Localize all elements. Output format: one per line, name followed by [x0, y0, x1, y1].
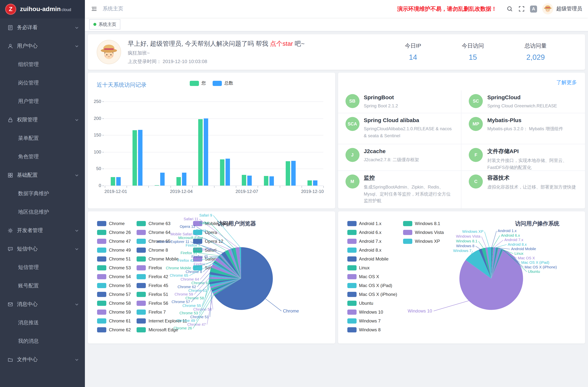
hamburger-icon[interactable] [91, 5, 97, 12]
legend-item[interactable]: Mobile Safari [193, 221, 231, 226]
sidebar-item-2[interactable]: 权限管理 [0, 111, 85, 129]
legend-item[interactable]: Chrome 61 [97, 318, 131, 324]
sidebar-subitem-2-1[interactable]: 角色管理 [0, 148, 85, 166]
more-link[interactable]: 了解更多 [556, 79, 577, 86]
legend-swatch [97, 256, 106, 262]
sidebar-item-3[interactable]: 基础配置 [0, 166, 85, 184]
sidebar-subitem-1-2[interactable]: 用户管理 [0, 92, 85, 111]
legend-item[interactable]: Firefox 45 [137, 283, 187, 288]
sidebar-item-0[interactable]: 务必详看 [0, 19, 85, 37]
legend-item[interactable]: Windows 8.1 [403, 221, 444, 226]
svg-text:Windows 8.1: Windows 8.1 [456, 239, 477, 243]
sidebar-subitem-3-1[interactable]: 地区信息维护 [0, 203, 85, 221]
legend-swatch [193, 247, 202, 253]
tab-0[interactable]: 系统主页 [89, 19, 120, 30]
stat-item: 总访问量2,029 [525, 42, 547, 61]
sidebar-item-label: 基础配置 [17, 172, 38, 179]
legend-item[interactable]: Chrome 51 [97, 256, 131, 262]
sidebar-subitem-3-0[interactable]: 数据字典维护 [0, 184, 85, 203]
legend-item[interactable]: Chrome 57 [97, 292, 131, 297]
sidebar-item-4[interactable]: 开发者管理 [0, 221, 85, 240]
legend-item[interactable]: Chrome 8 [137, 247, 187, 253]
app-logo[interactable]: Z zuihou-admincloud [0, 0, 85, 19]
notice-text: 演示环境维护不易，请勿乱删乱改数据！ [397, 5, 497, 12]
legend-item[interactable]: Chrome 63 [137, 221, 187, 226]
legend-item[interactable]: Windows 8 [347, 327, 397, 332]
font-size-icon[interactable]: A [530, 5, 537, 12]
legend-item[interactable]: Mac OS X (iPhone) [347, 292, 397, 297]
fullscreen-icon[interactable] [518, 5, 525, 12]
legend-item[interactable]: Chrome 65 [137, 239, 187, 244]
legend-item[interactable]: Mac OS X (iPad) [347, 283, 397, 288]
sidebar-subitem-5-0[interactable]: 短信管理 [0, 258, 85, 277]
tech-badge: M [345, 175, 359, 188]
sidebar: Z zuihou-admincloud 务必详看用户中心组织管理岗位管理用户管理… [0, 0, 85, 387]
legend-label: Chrome 53 [109, 265, 131, 270]
legend-swatch [97, 283, 106, 288]
legend-item[interactable]: Firefox 42 [137, 274, 187, 279]
tech-title: SpringCloud [487, 94, 557, 100]
sidebar-item-1[interactable]: 用户中心 [0, 37, 85, 55]
legend-item[interactable]: Firefox 51 [137, 292, 187, 297]
legend-item[interactable]: Safari 9 [193, 265, 231, 270]
sidebar-subitem-1-1[interactable]: 岗位管理 [0, 74, 85, 92]
bar-您 [286, 162, 290, 185]
legend-item[interactable]: Chrome 53 [97, 265, 131, 270]
sidebar-item-6[interactable]: 消息中心 [0, 295, 85, 314]
last-login-label: 上次登录时间： [128, 59, 161, 64]
legend-item[interactable]: Chrome 64 [137, 230, 187, 235]
sidebar-item-7[interactable]: 文件中心 [0, 350, 85, 369]
legend-swatch [97, 230, 106, 235]
tabs-container: 系统主页 [89, 19, 120, 30]
legend-label: Android 6.x [359, 230, 381, 235]
legend-item[interactable]: Microsoft Edge [137, 327, 187, 332]
chat-icon [7, 246, 13, 252]
legend-swatch [347, 301, 356, 306]
sidebar-subitem-1-0[interactable]: 组织管理 [0, 55, 85, 74]
legend-item[interactable]: Mac OS X [347, 274, 397, 279]
legend-item[interactable]: Safari [193, 247, 231, 253]
legend-item[interactable]: Ubuntu [347, 301, 397, 306]
user-menu[interactable]: 超级管理员 [542, 3, 582, 14]
legend-item[interactable]: 总数 [213, 80, 233, 86]
legend-item[interactable]: Chrome 62 [97, 327, 131, 332]
legend-item[interactable]: 您 [190, 80, 206, 86]
svg-text:Windows 7: Windows 7 [453, 249, 471, 253]
legend-item[interactable]: Firefox 56 [137, 301, 187, 306]
legend-item[interactable]: Windows XP [403, 239, 444, 244]
legend-item[interactable]: Safari 11 [193, 256, 231, 262]
document-icon [7, 25, 13, 31]
legend-item[interactable]: Opera 12 [193, 239, 231, 244]
sidebar-subitem-6-1[interactable]: 我的消息 [0, 332, 85, 350]
legend-item[interactable]: Linux [347, 265, 397, 270]
legend-item[interactable]: Android 6.x [347, 230, 397, 235]
legend-item[interactable]: Android 1.x [347, 221, 397, 226]
legend-item[interactable]: Chrome 26 [97, 230, 131, 235]
sidebar-item-5[interactable]: 短信中心 [0, 240, 85, 258]
content: 早上好, 超级管理员, 今天帮别人解决问题了吗 帮我 点个star 吧~ 疯狂加… [85, 31, 588, 387]
legend-item[interactable]: Chrome 49 [97, 247, 131, 253]
legend-item[interactable]: Android 7.x [347, 239, 397, 244]
legend-item[interactable]: Chrome 59 [97, 309, 131, 315]
sidebar-subitem-2-0[interactable]: 菜单配置 [0, 129, 85, 148]
legend-item[interactable]: Chrome 54 [97, 274, 131, 279]
search-icon[interactable] [506, 5, 513, 12]
legend-item[interactable]: Android 8.x [347, 247, 397, 253]
legend-item[interactable]: Chrome 55 [97, 283, 131, 288]
sidebar-subitem-6-0[interactable]: 消息推送 [0, 314, 85, 332]
breadcrumb[interactable]: 系统主页 [103, 5, 123, 12]
legend-item[interactable]: Firefox [137, 265, 187, 270]
legend-item[interactable]: Firefox 7 [137, 309, 187, 315]
legend-item[interactable]: Windows 10 [347, 309, 397, 315]
star-link[interactable]: 点个star [270, 40, 293, 47]
legend-item[interactable]: Chrome [97, 221, 131, 226]
legend-item[interactable]: Android Mobile [347, 256, 397, 262]
legend-item[interactable]: Chrome 58 [97, 301, 131, 306]
legend-item[interactable]: Chrome Mobile [137, 256, 187, 262]
legend-item[interactable]: Internet Explorer 11 [137, 318, 187, 324]
sidebar-subitem-5-1[interactable]: 账号配置 [0, 277, 85, 295]
legend-item[interactable]: Windows 7 [347, 318, 397, 324]
legend-item[interactable]: Windows Vista [403, 230, 444, 235]
legend-item[interactable]: Chrome 47 [97, 239, 131, 244]
legend-item[interactable]: Opera [193, 230, 231, 235]
